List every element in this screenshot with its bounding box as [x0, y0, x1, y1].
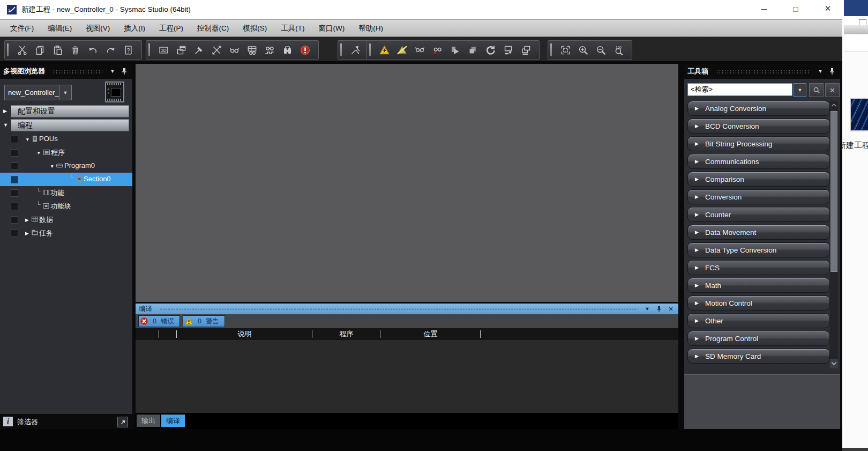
window-layout-icon[interactable]	[176, 45, 187, 55]
close-button[interactable]: ✕	[815, 0, 840, 17]
check-all-programs-icon[interactable]	[247, 45, 258, 55]
warning-count-button[interactable]: 0 警告	[183, 315, 225, 327]
redo-icon[interactable]	[106, 45, 116, 55]
chevron-down-icon[interactable]: ▼	[3, 122, 8, 128]
synchronize-icon[interactable]	[485, 45, 496, 55]
close-icon[interactable]: ✕	[667, 305, 675, 313]
group-grip[interactable]	[369, 43, 371, 56]
panel-menu-icon[interactable]: ▼	[108, 67, 117, 76]
tree-checkbox[interactable]	[11, 136, 18, 143]
column-location[interactable]: 位置	[380, 328, 481, 340]
delete-icon[interactable]	[70, 45, 81, 55]
menu-item-3[interactable]: 视图(V)	[79, 20, 117, 36]
section-label[interactable]: 配置和设置	[11, 105, 129, 117]
group-grip[interactable]	[148, 43, 150, 56]
rebuild-icon[interactable]	[212, 45, 222, 55]
toolbox-category-communications[interactable]: ▶Communications	[687, 154, 830, 169]
pin-icon[interactable]	[119, 67, 129, 76]
toolbox-category-sd-memory-card[interactable]: ▶SD Memory Card	[687, 349, 830, 364]
toolbox-category-fcs[interactable]: ▶FCS	[687, 260, 830, 275]
tree-item-功能[interactable]: └功能	[0, 186, 132, 199]
panel-menu-icon[interactable]: ▼	[643, 305, 652, 313]
toolbox-category-data-type-conversion[interactable]: ▶Data Type Conversion	[687, 242, 830, 257]
tree-item-功能块[interactable]: └功能块	[0, 199, 132, 213]
cut-icon[interactable]	[17, 45, 28, 55]
menu-item-1[interactable]: 文件(F)	[3, 20, 41, 36]
3d-view-icon[interactable]: 3D	[159, 45, 169, 55]
group-grip[interactable]	[340, 43, 342, 56]
menu-item-10[interactable]: 帮助(H)	[351, 20, 390, 36]
differential-monitor-icon[interactable]	[432, 45, 443, 55]
copy-icon[interactable]	[35, 45, 46, 55]
build-icon[interactable]	[194, 45, 205, 55]
abort-icon[interactable]	[300, 45, 311, 55]
maximize-button[interactable]: □	[783, 0, 808, 17]
tree-item-任务[interactable]: ▶任务	[0, 226, 132, 240]
tree-item-program0[interactable]: ▼Program0	[0, 159, 132, 173]
search-dropdown-icon[interactable]: ▼	[794, 83, 806, 97]
check-program-icon[interactable]	[229, 45, 240, 55]
chevron-down-icon[interactable]: ▼	[36, 150, 41, 156]
section-label[interactable]: 编程	[11, 119, 129, 131]
editor-canvas[interactable]	[136, 64, 678, 302]
io-map-icon[interactable]	[265, 45, 275, 55]
error-count-button[interactable]: 0 错误	[138, 315, 180, 327]
transfer-from-controller-icon[interactable]	[521, 45, 532, 55]
menu-item-4[interactable]: 插入(I)	[117, 20, 152, 36]
toolbox-category-data-movement[interactable]: ▶Data Movement	[687, 225, 830, 240]
controller-selector[interactable]: new_Controller_0 ▼	[4, 85, 72, 100]
chevron-down-icon[interactable]: ▼	[59, 85, 71, 100]
tree-item-section0[interactable]: └Section0	[0, 173, 132, 186]
warning-off-icon[interactable]	[397, 45, 408, 55]
search-icon[interactable]	[282, 45, 293, 55]
filter-popout-icon[interactable]	[117, 417, 128, 427]
tree-checkbox[interactable]	[11, 162, 18, 170]
paste-icon[interactable]	[53, 45, 63, 55]
zoom-in-icon[interactable]	[578, 45, 589, 55]
copy-sim-icon[interactable]	[468, 45, 478, 55]
search-icon[interactable]	[809, 83, 824, 97]
tree-item-程序[interactable]: ▼程序	[0, 146, 132, 159]
toolbox-category-counter[interactable]: ▶Counter	[687, 207, 830, 222]
column-program[interactable]: 程序	[312, 328, 380, 340]
toolbox-category-math[interactable]: ▶Math	[687, 278, 830, 293]
tab-output[interactable]: 输出	[137, 415, 160, 427]
zoom-100-icon[interactable]: 100	[613, 45, 624, 55]
toolbox-category-bit-string-processing[interactable]: ▶Bit String Processing	[687, 136, 830, 151]
pin-icon[interactable]	[655, 305, 663, 313]
panel-menu-icon[interactable]: ▼	[815, 67, 825, 76]
scroll-down-icon[interactable]	[830, 359, 838, 368]
tab-build[interactable]: 编译	[161, 415, 185, 427]
menu-item-2[interactable]: 编辑(E)	[41, 20, 79, 36]
tree-checkbox[interactable]	[11, 176, 18, 183]
zoom-out-icon[interactable]	[596, 45, 607, 55]
tree-checkbox[interactable]	[11, 189, 18, 197]
fit-zoom-icon[interactable]	[560, 45, 571, 55]
section-programming[interactable]: ▼编程	[0, 119, 132, 132]
toolbox-category-analog-conversion[interactable]: ▶Analog Conversion	[687, 101, 830, 116]
warning-on-icon[interactable]	[379, 45, 390, 55]
toolbox-category-conversion[interactable]: ▶Conversion	[687, 189, 830, 204]
scroll-up-icon[interactable]	[830, 101, 838, 109]
menu-item-7[interactable]: 模拟(S)	[236, 20, 274, 36]
column-description[interactable]: 说明	[177, 328, 312, 340]
tree-item-数据[interactable]: ▶数据	[0, 213, 132, 226]
help-icon[interactable]: ?	[123, 45, 134, 55]
build-panel-titlebar[interactable]: 编译 ▼ ✕	[136, 304, 678, 314]
toolbox-category-other[interactable]: ▶Other	[687, 313, 830, 328]
chevron-right-icon[interactable]: ▶	[25, 231, 29, 236]
minimize-button[interactable]: ─	[752, 0, 776, 17]
tree-item-pous[interactable]: ▼POUs	[0, 132, 132, 146]
edit-tool-icon[interactable]	[350, 45, 361, 55]
menu-item-5[interactable]: 工程(P)	[152, 20, 190, 36]
chevron-down-icon[interactable]: ▼	[25, 137, 29, 142]
transfer-to-controller-icon[interactable]	[503, 45, 514, 55]
chevron-right-icon[interactable]: ▶	[25, 217, 29, 223]
menu-item-6[interactable]: 控制器(C)	[190, 20, 236, 36]
toolbox-search-input[interactable]	[687, 83, 792, 96]
tree-checkbox[interactable]	[11, 203, 18, 210]
toolbox-category-program-control[interactable]: ▶Program Control	[687, 331, 830, 346]
undo-icon[interactable]	[88, 45, 99, 55]
run-icon[interactable]	[450, 45, 461, 55]
toolbox-category-motion-control[interactable]: ▶Motion Control	[687, 295, 830, 310]
